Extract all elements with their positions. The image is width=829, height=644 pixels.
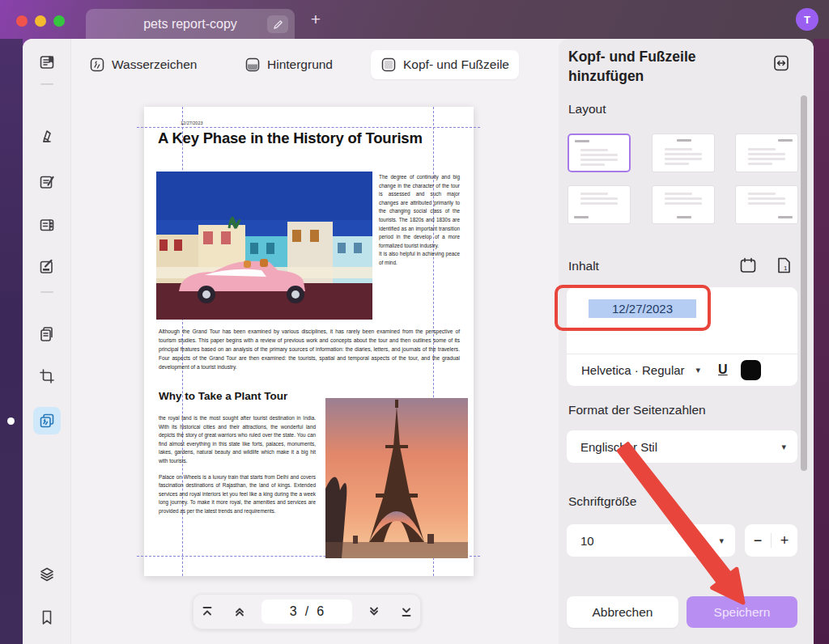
window-right-edge: [814, 39, 829, 644]
document-paragraph: Although the Grand Tour has been examine…: [159, 327, 460, 371]
layers-icon[interactable]: [33, 561, 61, 588]
font-size-stepper: − +: [745, 524, 797, 557]
document-heading: A Key Phase in the History of Tourism: [158, 129, 462, 147]
batch-watermark-icon-active[interactable]: [33, 407, 61, 434]
svg-text:1: 1: [784, 265, 788, 272]
page-number-format-label: Format der Seitenzahlen: [568, 403, 706, 417]
layout-section-label: Layout: [568, 102, 606, 117]
document-right-column: The degree of continuity and big change …: [379, 173, 460, 268]
background-icon: [244, 57, 261, 73]
sidebar-divider: [40, 83, 53, 85]
crop-tool-icon[interactable]: [33, 362, 61, 390]
eiffel-tower-image: [325, 398, 468, 558]
highlighter-tool-icon[interactable]: [33, 122, 61, 150]
pdf-page[interactable]: 12/27/2023 A Key Phase in the History of…: [144, 107, 474, 576]
panel-collapse-dot[interactable]: [7, 417, 15, 425]
reader-view-icon[interactable]: [33, 49, 61, 76]
right-column-paragraph-1: The degree of continuity and big change …: [379, 173, 460, 250]
panel-title: Kopf- und Fußzeile hinzufügen: [568, 47, 755, 86]
tab-wasserzeichen-label: Wasserzeichen: [112, 57, 197, 72]
page-separator: /: [305, 604, 308, 619]
chevron-down-icon: ▾: [781, 442, 786, 452]
layout-option-header-left-selected[interactable]: [568, 133, 631, 172]
rename-tab-button[interactable]: [267, 15, 288, 33]
layout-option-header-right[interactable]: [735, 133, 798, 172]
edit-fill-icon[interactable]: [33, 253, 61, 281]
next-page-button[interactable]: [363, 601, 385, 622]
page-header-date: 12/27/2023: [181, 121, 203, 125]
sidebar-divider: [40, 291, 53, 293]
left-column-paragraph-1: the royal land is the most sought after …: [159, 414, 316, 466]
panel-scrollbar[interactable]: [801, 95, 807, 471]
havana-street-image: [156, 172, 372, 320]
left-sidebar: [23, 39, 71, 644]
header-guide-line: [137, 127, 480, 128]
font-size-value: 10: [580, 534, 719, 548]
layout-option-header-center[interactable]: [652, 133, 715, 172]
page-number-format-select[interactable]: Englischer Stil ▾: [567, 430, 797, 463]
first-page-button[interactable]: [197, 601, 218, 622]
font-size-select[interactable]: 10 ▾: [567, 524, 735, 557]
new-tab-button[interactable]: +: [306, 11, 325, 30]
current-page: 3: [290, 604, 297, 619]
comment-edit-icon[interactable]: [33, 168, 61, 196]
layout-option-footer-right[interactable]: [735, 185, 798, 224]
zoom-window-button[interactable]: [53, 15, 65, 27]
underline-button[interactable]: U: [718, 362, 728, 377]
pencil-icon: [273, 19, 283, 30]
insert-date-button[interactable]: [738, 256, 758, 278]
content-section-label: Inhalt: [568, 259, 599, 273]
header-date-field-selected[interactable]: 12/27/2023: [589, 299, 696, 318]
font-settings-row: Helvetica · Regular ▾ U: [567, 354, 797, 386]
total-pages: 6: [317, 604, 324, 619]
insert-page-number-button[interactable]: 1: [774, 256, 793, 278]
expand-panel-button[interactable]: [771, 53, 792, 74]
increase-font-size-button[interactable]: +: [772, 532, 797, 549]
document-left-column: the royal land is the most sought after …: [159, 414, 316, 516]
page-number-format-value: Englischer Stil: [580, 440, 781, 454]
tab-wasserzeichen[interactable]: Wasserzeichen: [79, 50, 206, 79]
right-column-paragraph-2: It is also helpful in achieving peace of…: [379, 250, 460, 267]
header-footer-icon: [380, 57, 397, 73]
expand-panel-icon: [772, 53, 791, 73]
last-page-button[interactable]: [396, 601, 417, 622]
chevron-down-icon: ▾: [719, 536, 724, 546]
font-family-select[interactable]: Helvetica · Regular: [581, 363, 685, 377]
close-window-button[interactable]: [16, 15, 28, 27]
minimize-window-button[interactable]: [35, 15, 46, 27]
tab-kopf-fusszeile-label: Kopf- und Fußzeile: [403, 57, 509, 72]
window-left-edge: [0, 39, 23, 644]
main-surface: Wasserzeichen Hintergrund Kopf- und Fußz…: [23, 39, 814, 644]
bookmark-icon[interactable]: [33, 604, 61, 631]
font-caret-icon[interactable]: ▾: [696, 365, 701, 375]
previous-page-button[interactable]: [229, 601, 250, 622]
font-size-label: Schriftgröße: [568, 494, 636, 509]
account-avatar[interactable]: T: [796, 8, 818, 31]
header-content-editor[interactable]: 12/27/2023 Helvetica · Regular ▾ U: [567, 287, 797, 386]
document-tab[interactable]: pets report-copy: [86, 9, 295, 39]
page-navigation-bar: 3 / 6: [193, 594, 421, 629]
cancel-button[interactable]: Abbrechen: [567, 596, 678, 628]
document-subheading: Why to Take a Plant Tour: [159, 390, 287, 402]
calendar-icon: [738, 256, 758, 275]
left-column-paragraph-2: Palace on Wheels is a luxury train that …: [159, 473, 316, 516]
tab-hintergrund-label: Hintergrund: [267, 57, 333, 72]
form-tool-icon[interactable]: [33, 211, 61, 239]
watermark-icon: [89, 57, 105, 73]
pdf-editor-window: pets report-copy + T: [0, 0, 829, 644]
header-footer-panel: Kopf- und Fußzeile hinzufügen Layout: [559, 39, 814, 644]
title-bar: pets report-copy + T: [0, 0, 829, 39]
layout-option-footer-left[interactable]: [568, 185, 631, 224]
traffic-lights: [16, 15, 65, 27]
layout-option-footer-center[interactable]: [652, 185, 715, 224]
decrease-font-size-button[interactable]: −: [745, 532, 771, 549]
tab-kopf-fusszeile[interactable]: Kopf- und Fußzeile: [371, 50, 519, 79]
organize-pages-icon[interactable]: [33, 320, 61, 348]
document-tab-title: pets report-copy: [143, 17, 237, 32]
save-button[interactable]: Speichern: [687, 596, 797, 628]
tab-hintergrund[interactable]: Hintergrund: [235, 50, 342, 79]
font-color-swatch[interactable]: [741, 360, 761, 380]
page-number-indicator[interactable]: 3 / 6: [261, 600, 352, 624]
page-number-icon: 1: [774, 256, 793, 275]
